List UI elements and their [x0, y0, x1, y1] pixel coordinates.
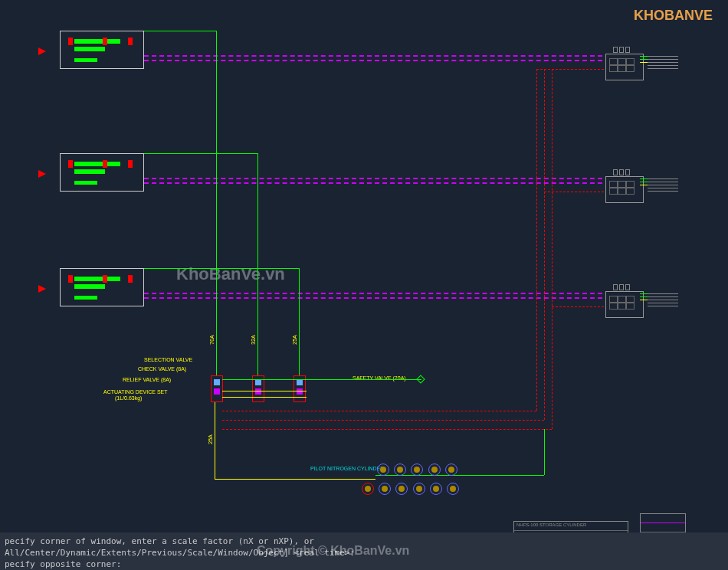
green-h-1[interactable]: [144, 31, 216, 31]
mag-line-3a[interactable]: [144, 293, 602, 294]
green-riser-3[interactable]: [299, 268, 300, 375]
panel-lines-3: [648, 291, 678, 309]
mag-line-2a[interactable]: [144, 178, 602, 179]
label-25a-v: 25A: [292, 335, 297, 344]
green-h-3[interactable]: [144, 268, 299, 269]
label-70a: 70A: [209, 335, 215, 344]
valve-1[interactable]: [211, 375, 223, 402]
command-prompt[interactable]: pecify opposite corner:: [5, 559, 723, 570]
zone-box-2[interactable]: [60, 153, 144, 192]
panel-box-2[interactable]: [605, 176, 644, 203]
red-h-2[interactable]: [222, 420, 544, 421]
mag-line-1a[interactable]: [144, 55, 602, 57]
label-check-valve: CHECK VALVE (8A): [138, 366, 186, 372]
panel-lines-2: [648, 176, 678, 194]
green-riser-1[interactable]: [216, 31, 217, 375]
red-h-1[interactable]: [222, 411, 536, 411]
yellow-h-2[interactable]: [222, 397, 307, 398]
panel-box-1[interactable]: [605, 54, 644, 80]
label-relief-valve: RELIEF VALVE (8A): [123, 377, 171, 382]
title-row-1: NHFS-100 STORAGE CYLINDER: [514, 522, 628, 531]
label-25a-h: 25A: [208, 434, 213, 444]
panel-box-3[interactable]: [605, 291, 644, 318]
red-h-p3[interactable]: [552, 306, 604, 307]
zone-arrow-2: [38, 170, 46, 178]
cylinder-row-bottom[interactable]: [360, 483, 461, 496]
yellow-v-down[interactable]: [215, 402, 215, 479]
zone-box-1[interactable]: [60, 31, 144, 69]
green-safety-line[interactable]: [222, 379, 421, 380]
mag-line-2b[interactable]: [144, 182, 602, 184]
mag-line-3b[interactable]: [144, 297, 602, 299]
panel-lines-1: [648, 54, 678, 71]
watermark-logo: KHOBANVE: [634, 8, 713, 24]
watermark-copyright: Copyright © KhoBanVe.vn: [257, 544, 409, 558]
label-actuating: ACTUATING DEVICE SET: [103, 389, 168, 395]
zone-arrow-1: [38, 48, 46, 55]
green-h-2[interactable]: [144, 153, 257, 154]
red-h-p2[interactable]: [544, 192, 604, 192]
watermark-center: KhoBanVe.vn: [176, 264, 285, 284]
label-actuating-sub: (1L/0.63kg): [115, 395, 142, 401]
red-v-3[interactable]: [552, 69, 553, 429]
zone-box-3[interactable]: [60, 268, 144, 306]
label-selection-valve: SELECTION VALVE: [144, 357, 192, 362]
red-h-p1[interactable]: [536, 69, 604, 70]
cylinder-row-top[interactable]: [375, 464, 459, 477]
label-32a: 32A: [251, 335, 256, 344]
red-v-2[interactable]: [544, 69, 545, 420]
drawing-canvas[interactable]: KHOBANVE KhoBanVe.vn: [0, 0, 728, 532]
red-v-1[interactable]: [536, 69, 537, 411]
yellow-h-1[interactable]: [222, 391, 307, 391]
green-riser-2[interactable]: [257, 153, 258, 375]
mag-line-1b[interactable]: [144, 60, 602, 61]
green-v-cyl[interactable]: [544, 429, 545, 475]
zone-arrow-3: [38, 285, 46, 293]
label-pilot-cylinder: PILOT NITROGEN CYLINDER: [310, 466, 384, 471]
safety-valve-symbol[interactable]: [416, 375, 425, 383]
red-h-3[interactable]: [222, 429, 552, 430]
yellow-h-cyl[interactable]: [215, 479, 375, 480]
